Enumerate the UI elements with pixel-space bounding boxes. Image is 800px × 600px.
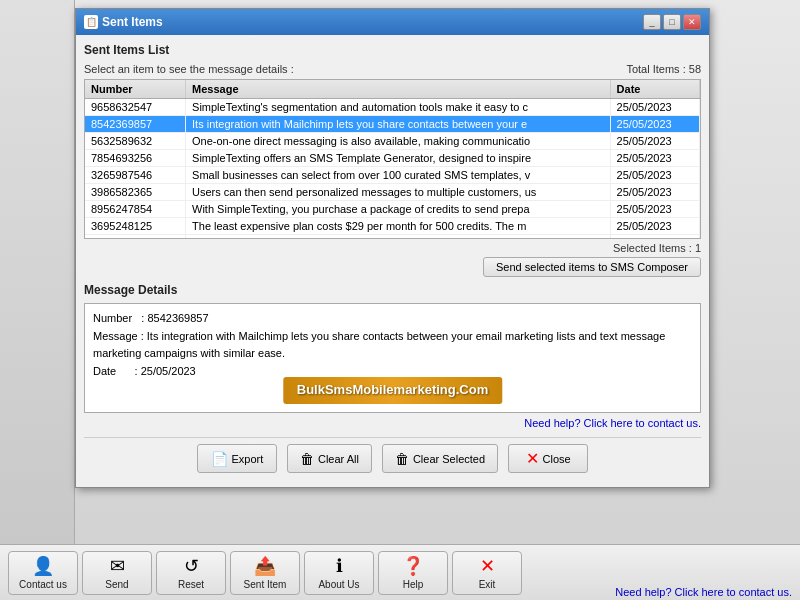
cell-message: Small businesses can select from over 10… xyxy=(186,167,611,184)
dialog-title: 📋 Sent Items xyxy=(84,15,163,29)
number-label: Number : xyxy=(93,312,147,324)
sent-items-list-title: Sent Items List xyxy=(84,43,701,57)
cell-number: 5632589632 xyxy=(85,133,186,150)
cell-number: 8542369857 xyxy=(85,116,186,133)
reset-button[interactable]: ↺ Reset xyxy=(156,551,226,595)
help-icon: ❓ xyxy=(402,555,424,577)
clear-selected-button[interactable]: 🗑 Clear Selected xyxy=(382,444,498,473)
cell-message: Users can then send personalized message… xyxy=(186,184,611,201)
app-left-panel xyxy=(0,0,75,544)
cell-message: The least expensive plan costs $29 per m… xyxy=(186,218,611,235)
close-icon: ✕ xyxy=(526,449,539,468)
col-header-date: Date xyxy=(610,80,699,99)
cell-message: SimpleTexting's segmentation and automat… xyxy=(186,99,611,116)
cell-date: 25/05/2023 xyxy=(610,184,699,201)
cell-number: 8956247854 xyxy=(85,201,186,218)
need-help-link[interactable]: Need help? Click here to contact us. xyxy=(84,417,701,429)
cell-message: With SimpleTexting, you purchase a packa… xyxy=(186,201,611,218)
reset-label: Reset xyxy=(178,579,204,590)
action-buttons-row: 📄 Export 🗑 Clear All 🗑 Clear Selected ✕ … xyxy=(84,437,701,479)
contact-us-icon: 👤 xyxy=(32,555,54,577)
detail-message-row: Message : Its integration with Mailchimp… xyxy=(93,328,692,363)
table-row[interactable]: 3986582365 Users can then send personali… xyxy=(85,184,700,201)
taskbar: 👤 Contact us ✉ Send ↺ Reset 📤 Sent Item … xyxy=(0,544,800,600)
clear-all-icon: 🗑 xyxy=(300,451,314,467)
cell-date: 25/05/2023 xyxy=(610,201,699,218)
cell-date: 25/05/2023 xyxy=(610,167,699,184)
send-btn-row: Send selected items to SMS Composer xyxy=(84,257,701,277)
clear-all-label: Clear All xyxy=(318,453,359,465)
table-row[interactable]: 9658632547 SimpleTexting's segmentation … xyxy=(85,99,700,116)
contact-us-button[interactable]: 👤 Contact us xyxy=(8,551,78,595)
close-label: Close xyxy=(543,453,571,465)
date-label: Date : xyxy=(93,365,141,377)
cell-number: 3265987546 xyxy=(85,167,186,184)
app-background: 📋 Sent Items _ □ ✕ Sent Items List Selec… xyxy=(0,0,800,600)
exit-icon: ✕ xyxy=(480,555,495,577)
col-header-number: Number xyxy=(85,80,186,99)
export-label: Export xyxy=(232,453,264,465)
about-us-icon: ℹ xyxy=(336,555,343,577)
maximize-button[interactable]: □ xyxy=(663,14,681,30)
total-items-text: Total Items : 58 xyxy=(626,63,701,75)
cell-message: SimpleTexting offers an SMS Template Gen… xyxy=(186,150,611,167)
detail-number-row: Number : 8542369857 xyxy=(93,310,692,328)
send-icon: ✉ xyxy=(110,555,125,577)
sent-item-label: Sent Item xyxy=(244,579,287,590)
message-label: Message : xyxy=(93,330,147,342)
table-row[interactable]: 3695248125 The least expensive plan cost… xyxy=(85,218,700,235)
table-row[interactable]: 8956247854 With SimpleTexting, you purch… xyxy=(85,201,700,218)
dialog-close-button[interactable]: ✕ xyxy=(683,14,701,30)
message-value: Its integration with Mailchimp lets you … xyxy=(93,330,665,360)
selected-items-info: Selected Items : 1 xyxy=(84,242,701,254)
send-button[interactable]: ✉ Send xyxy=(82,551,152,595)
taskbar-help-link[interactable]: Need help? Click here to contact us. xyxy=(615,586,792,598)
cell-date: 25/05/2023 xyxy=(610,99,699,116)
cell-number: 7854693256 xyxy=(85,150,186,167)
cell-date: 25/05/2023 xyxy=(610,218,699,235)
cell-message: One-on-one direct messaging is also avai… xyxy=(186,133,611,150)
table-row[interactable]: 5632589632 One-on-one direct messaging i… xyxy=(85,133,700,150)
message-details-title: Message Details xyxy=(84,283,701,297)
items-table: Number Message Date 9658632547 SimpleTex… xyxy=(85,80,700,238)
clear-selected-icon: 🗑 xyxy=(395,451,409,467)
cell-date: 25/05/2023 xyxy=(610,150,699,167)
table-scroll-area[interactable]: Number Message Date 9658632547 SimpleTex… xyxy=(85,80,700,238)
items-table-container: Number Message Date 9658632547 SimpleTex… xyxy=(84,79,701,239)
cell-message: Its integration with Mailchimp lets you … xyxy=(186,116,611,133)
horizontal-scrollbar[interactable] xyxy=(85,238,700,239)
export-icon: 📄 xyxy=(211,451,228,467)
instruction-text: Select an item to see the message detail… xyxy=(84,63,294,75)
send-selected-button[interactable]: Send selected items to SMS Composer xyxy=(483,257,701,277)
sent-item-icon: 📤 xyxy=(254,555,276,577)
dialog-titlebar: 📋 Sent Items _ □ ✕ xyxy=(76,9,709,35)
help-label: Help xyxy=(403,579,424,590)
table-row[interactable]: 7854693256 SimpleTexting offers an SMS T… xyxy=(85,150,700,167)
reset-icon: ↺ xyxy=(184,555,199,577)
table-row[interactable]: 8542369857 Its integration with Mailchim… xyxy=(85,116,700,133)
send-label: Send xyxy=(105,579,128,590)
export-button[interactable]: 📄 Export xyxy=(197,444,277,473)
close-button[interactable]: ✕ Close xyxy=(508,444,588,473)
minimize-button[interactable]: _ xyxy=(643,14,661,30)
help-button[interactable]: ❓ Help xyxy=(378,551,448,595)
cell-date: 25/05/2023 xyxy=(610,116,699,133)
dialog-title-icon: 📋 xyxy=(84,15,98,29)
cell-date: 25/05/2023 xyxy=(610,133,699,150)
table-row[interactable]: 3265987546 Small businesses can select f… xyxy=(85,167,700,184)
cell-number: 3986582365 xyxy=(85,184,186,201)
info-row: Select an item to see the message detail… xyxy=(84,63,701,75)
about-us-button[interactable]: ℹ About Us xyxy=(304,551,374,595)
message-details-box: Number : 8542369857 Message : Its integr… xyxy=(84,303,701,413)
dialog-title-text: Sent Items xyxy=(102,15,163,29)
cell-number: 3695248125 xyxy=(85,218,186,235)
exit-label: Exit xyxy=(479,579,496,590)
contact-us-label: Contact us xyxy=(19,579,67,590)
sent-item-button[interactable]: 📤 Sent Item xyxy=(230,551,300,595)
about-us-label: About Us xyxy=(318,579,359,590)
dialog-body: Sent Items List Select an item to see th… xyxy=(76,35,709,487)
message-details-section: Message Details Number : 8542369857 Mess… xyxy=(84,283,701,413)
watermark: BulkSmsMobilemarketing.Com xyxy=(283,377,502,404)
clear-all-button[interactable]: 🗑 Clear All xyxy=(287,444,372,473)
exit-button[interactable]: ✕ Exit xyxy=(452,551,522,595)
